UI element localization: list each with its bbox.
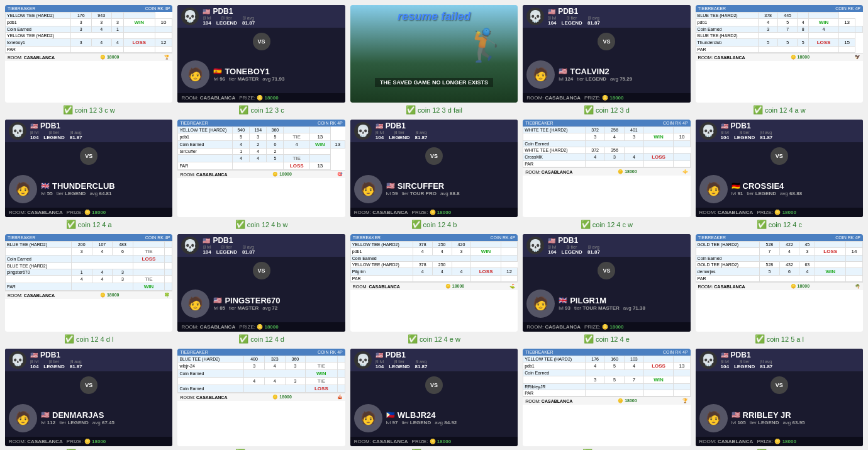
match-footer: ROOM: CASABLANCA PRIZE: 🪙 18000 [523, 93, 690, 103]
card-image-c14[interactable]: 💀 🇺🇸 PDB1 ꞵl lvl 104 ꞵl tier LEGEND [523, 234, 690, 332]
sc-header: TIEBREAKER COIN RK 4P [177, 120, 345, 127]
p2-flag: 🇪🇸 [213, 67, 222, 76]
p2-flag: 🇩🇪 [732, 182, 740, 190]
p1-flag: 🇺🇸 [548, 237, 555, 244]
card-c1[interactable]: TIEBREAKER COIN RK 4P YELLOW TEE (HARD2)… [5, 5, 172, 115]
card-c20[interactable]: 💀 🇺🇸 PDB1 ꞵl lvl 104 ꞵl tier LEGEND [696, 349, 863, 450]
room-info: ROOM: CASABLANCA PRIZE: 🪙 18000 [181, 95, 278, 101]
resume-subtitle: THE SAVED GAME NO LONGER EXISTS [375, 78, 493, 87]
check-icon-c3: ✅ [406, 105, 416, 115]
card-image-c4[interactable]: 💀 🇺🇸 PDB1 ꞵl lvl 104 ꞵl tier LEGEND [523, 5, 690, 103]
scorecard-c9: TIEBREAKER COIN RK 4P WHITE TEE (HARD2) … [523, 120, 690, 217]
card-image-c10[interactable]: 💀 🇺🇸 PDB1 ꞵl lvl 104 ꞵl tier LEGEND [696, 120, 863, 217]
opponent-section: 🧑 🇬🇧 THUNDERCLUB lvl 55 tier LEGEND avg … [5, 170, 172, 208]
scorecard-c11: TIEBREAKER COIN RK 4P BLUE TEE (HARD2) 2… [5, 234, 172, 332]
card-c2[interactable]: 💀 🇺🇸 PDB1 ꞵl lvl 104 ꞵl tier LEGEND [177, 5, 345, 115]
card-label-c7: ✅ coin 12 4 b w [235, 220, 288, 229]
card-image-c7[interactable]: TIEBREAKER COIN RK 4P YELLOW TEE (HARD2)… [177, 120, 345, 217]
match-footer: ROOM: CASABLANCA PRIZE: 🪙 18000 [696, 437, 863, 446]
room-info: ROOM: CASABLANCA PRIZE: 🪙 18000 [699, 439, 796, 444]
card-label-c10: ✅ coin 12 4 c [757, 220, 802, 229]
match-card-c2[interactable]: 💀 🇺🇸 PDB1 ꞵl lvl 104 ꞵl tier LEGEND [177, 5, 345, 103]
card-image-c2[interactable]: 💀 🇺🇸 PDB1 ꞵl lvl 104 ꞵl tier LEGEND [177, 5, 345, 103]
card-image-c1[interactable]: TIEBREAKER COIN RK 4P YELLOW TEE (HARD2)… [5, 5, 172, 103]
check-icon-c12: ✅ [238, 334, 248, 344]
card-image-c20[interactable]: 💀 🇺🇸 PDB1 ꞵl lvl 104 ꞵl tier LEGEND [696, 349, 863, 446]
card-image-c17[interactable]: TIEBREAKER COIN RK 4P BLUE TEE (HARD2) 4… [177, 349, 345, 446]
vs-circle: VS [771, 147, 788, 165]
p2-name: THUNDERCLUB [52, 181, 115, 191]
p2-flag: 🇬🇧 [559, 296, 567, 305]
sc-header: TIEBREAKER COIN RK 4P [177, 349, 345, 356]
resume-title: resume failed [398, 10, 470, 23]
player-info: 🇺🇸 PDB1 ꞵl lvl 104 ꞵl tier LEGEND [376, 351, 514, 369]
match-card-c18[interactable]: 💀 🇺🇸 PDB1 ꞵl lvl 104 ꞵl tier LEGEND [350, 349, 518, 446]
card-c10[interactable]: 💀 🇺🇸 PDB1 ꞵl lvl 104 ꞵl tier LEGEND [696, 120, 863, 229]
vs-circle: VS [253, 262, 270, 279]
match-footer: ROOM: CASABLANCA PRIZE: 🪙 18000 [523, 322, 690, 332]
sc-footer: ROOM: CASABLANCA 🪙 18000 🍀 [5, 291, 172, 299]
opponent-avatar: 🧑 [526, 60, 555, 89]
match-card-c4[interactable]: 💀 🇺🇸 PDB1 ꞵl lvl 104 ꞵl tier LEGEND [523, 5, 690, 103]
scorecard-c5: TIEBREAKER COIN RK 4P BLUE TEE (HARD2) 3… [696, 5, 863, 103]
match-card-c10[interactable]: 💀 🇺🇸 PDB1 ꞵl lvl 104 ꞵl tier LEGEND [696, 120, 863, 217]
card-image-c3[interactable]: resume failed 🏌️ THE SAVED GAME NO LONGE… [350, 5, 518, 103]
opponent-avatar: 🧑 [181, 290, 209, 318]
card-c17[interactable]: TIEBREAKER COIN RK 4P BLUE TEE (HARD2) 4… [177, 349, 345, 450]
card-c18[interactable]: 💀 🇺🇸 PDB1 ꞵl lvl 104 ꞵl tier LEGEND [350, 349, 518, 450]
opponent-section: 🧑 🇺🇸 SIRCUFFER lvl 59 tier TOUR PRO avg … [350, 170, 518, 208]
p2-flag: 🇺🇸 [559, 67, 567, 76]
card-label-c8: ✅ coin 12 4 b [411, 220, 457, 229]
card-c12[interactable]: 💀 🇺🇸 PDB1 ꞵl lvl 104 ꞵl tier LEGEND [177, 234, 345, 344]
p1-name: PDB1 [558, 7, 578, 16]
card-c6[interactable]: 💀 🇺🇸 PDB1 ꞵl lvl 104 ꞵl tier LEGEND [5, 120, 172, 229]
card-c3[interactable]: resume failed 🏌️ THE SAVED GAME NO LONGE… [350, 5, 518, 115]
card-c11[interactable]: TIEBREAKER COIN RK 4P BLUE TEE (HARD2) 2… [5, 234, 172, 344]
card-image-c5[interactable]: TIEBREAKER COIN RK 4P BLUE TEE (HARD2) 3… [696, 5, 863, 103]
opponent-name-block: 🇺🇸 PINGSTER670 lvl 85 tier MASTER avg 72 [213, 296, 341, 311]
card-image-c6[interactable]: 💀 🇺🇸 PDB1 ꞵl lvl 104 ꞵl tier LEGEND [5, 120, 172, 217]
card-c16[interactable]: 💀 🇺🇸 PDB1 ꞵl lvl 104 ꞵl tier LEGEND [5, 349, 172, 450]
opponent-section: 🧑 🇵🇭 WLBJR24 lvl 97 tier LEGEND avg 84.9… [350, 399, 518, 437]
match-card-c20[interactable]: 💀 🇺🇸 PDB1 ꞵl lvl 104 ꞵl tier LEGEND [696, 349, 863, 446]
match-card-c14[interactable]: 💀 🇺🇸 PDB1 ꞵl lvl 104 ꞵl tier LEGEND [523, 234, 690, 332]
scorecard-c13: TIEBREAKER COIN RK 4P YELLOW TEE (HARD2)… [350, 234, 518, 332]
card-image-c11[interactable]: TIEBREAKER COIN RK 4P BLUE TEE (HARD2) 2… [5, 234, 172, 332]
p1-flag: 🇺🇸 [30, 123, 38, 130]
card-c4[interactable]: 💀 🇺🇸 PDB1 ꞵl lvl 104 ꞵl tier LEGEND [523, 5, 690, 115]
vs-circle: VS [253, 33, 270, 50]
match-card-c16[interactable]: 💀 🇺🇸 PDB1 ꞵl lvl 104 ꞵl tier LEGEND [5, 349, 172, 446]
vs-circle: VS [598, 33, 615, 50]
skull-logo: 💀 [526, 237, 544, 254]
match-card-c8[interactable]: 💀 🇺🇸 PDB1 ꞵl lvl 104 ꞵl tier LEGEND [350, 120, 518, 217]
player-info: 🇺🇸 PDB1 ꞵl lvl 104 ꞵl tier LEGEND [721, 121, 859, 140]
card-image-c13[interactable]: TIEBREAKER COIN RK 4P YELLOW TEE (HARD2)… [350, 234, 518, 332]
card-image-c8[interactable]: 💀 🇺🇸 PDB1 ꞵl lvl 104 ꞵl tier LEGEND [350, 120, 518, 217]
card-image-c15[interactable]: TIEBREAKER COIN RK 4P GOLD TEE (HARD2) 5… [696, 234, 863, 332]
card-c15[interactable]: TIEBREAKER COIN RK 4P GOLD TEE (HARD2) 5… [696, 234, 863, 344]
card-c9[interactable]: TIEBREAKER COIN RK 4P WHITE TEE (HARD2) … [523, 120, 690, 229]
card-c14[interactable]: 💀 🇺🇸 PDB1 ꞵl lvl 104 ꞵl tier LEGEND [523, 234, 690, 344]
scorecard-c19: TIEBREAKER COIN RK 4P YELLOW TEE (HARD2)… [523, 349, 690, 446]
p2-name: WLBJR24 [398, 410, 436, 420]
match-card-c12[interactable]: 💀 🇺🇸 PDB1 ꞵl lvl 104 ꞵl tier LEGEND [177, 234, 345, 332]
opponent-section: 🧑 🇺🇸 PINGSTER670 lvl 85 tier MASTER avg … [177, 284, 345, 322]
card-c8[interactable]: 💀 🇺🇸 PDB1 ꞵl lvl 104 ꞵl tier LEGEND [350, 120, 518, 229]
room-info: ROOM: CASABLANCA PRIZE: 🪙 18000 [9, 210, 106, 215]
card-image-c9[interactable]: TIEBREAKER COIN RK 4P WHITE TEE (HARD2) … [523, 120, 690, 217]
card-image-c19[interactable]: TIEBREAKER COIN RK 4P YELLOW TEE (HARD2)… [523, 349, 690, 446]
card-c13[interactable]: TIEBREAKER COIN RK 4P YELLOW TEE (HARD2)… [350, 234, 518, 344]
opponent-name-block: 🇺🇸 TCALVIN2 lvl 124 tier LEGEND avg 75.2… [559, 67, 686, 82]
opponent-name-block: 🇬🇧 THUNDERCLUB lvl 55 tier LEGEND avg 64… [41, 181, 169, 196]
match-card-c6[interactable]: 💀 🇺🇸 PDB1 ꞵl lvl 104 ꞵl tier LEGEND [5, 120, 172, 217]
opponent-avatar: 🧑 [9, 404, 37, 432]
p1-name: PDB1 [558, 236, 578, 245]
card-image-c12[interactable]: 💀 🇺🇸 PDB1 ꞵl lvl 104 ꞵl tier LEGEND [177, 234, 345, 332]
card-c19[interactable]: TIEBREAKER COIN RK 4P YELLOW TEE (HARD2)… [523, 349, 690, 450]
card-c5[interactable]: TIEBREAKER COIN RK 4P BLUE TEE (HARD2) 3… [696, 5, 863, 115]
card-image-c16[interactable]: 💀 🇺🇸 PDB1 ꞵl lvl 104 ꞵl tier LEGEND [5, 349, 172, 446]
sc-footer: ROOM: CASABLANCA 🪙 18000 🎯 [177, 170, 345, 178]
card-c7[interactable]: TIEBREAKER COIN RK 4P YELLOW TEE (HARD2)… [177, 120, 345, 229]
skull-logo: 💀 [354, 122, 372, 140]
card-image-c18[interactable]: 💀 🇺🇸 PDB1 ꞵl lvl 104 ꞵl tier LEGEND [350, 349, 518, 446]
